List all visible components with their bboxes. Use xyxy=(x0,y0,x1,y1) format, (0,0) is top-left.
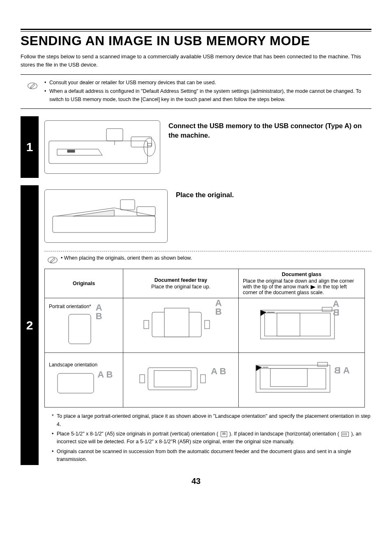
feeder-portrait-icon xyxy=(140,304,214,345)
page-title: SENDING AN IMAGE IN USB MEMORY MODE xyxy=(21,33,371,48)
ab-glyph: AB xyxy=(96,304,102,321)
pencil-icon xyxy=(27,81,38,91)
svg-rect-2 xyxy=(106,129,123,141)
step2-sub-note: When placing the originals, orient them … xyxy=(44,255,371,265)
glass-landscape-icon xyxy=(248,360,338,397)
page-number: 43 xyxy=(21,477,371,486)
svg-rect-15 xyxy=(164,308,189,337)
row1-glass-cell: AB xyxy=(239,298,365,353)
svg-rect-34 xyxy=(318,362,327,366)
svg-rect-9 xyxy=(120,200,135,210)
dashed-divider xyxy=(44,251,371,251)
title-rule-thin xyxy=(21,31,371,32)
step2-sub-note-text: When placing the originals, orient them … xyxy=(61,255,192,262)
title-rule-thick xyxy=(21,29,371,30)
top-note-item: Consult your dealer or retailer for USB … xyxy=(44,79,370,87)
svg-rect-5 xyxy=(67,150,75,152)
step2-heading: Place the original. xyxy=(176,190,234,200)
corner-arrow-icon xyxy=(310,285,316,290)
glass-portrait-icon xyxy=(252,304,343,345)
row1-feeder-cell: AB xyxy=(123,298,239,353)
th-originals: Originals xyxy=(45,269,123,298)
th-feeder-sub: Place the original face up. xyxy=(127,284,234,290)
intro-text: Follow the steps below to send a scanned… xyxy=(21,53,371,69)
svg-rect-24 xyxy=(58,373,94,393)
step-1: 1 Connect the USB memory to the USB xyxy=(21,116,371,178)
step-number-1: 1 xyxy=(21,116,39,178)
machine-usb-icon xyxy=(45,124,160,170)
row2-originals-cell: Landscape orientation A B xyxy=(45,353,123,408)
step-2: 2 Place the original. xyxy=(21,185,371,465)
top-note-box: Consult your dealer or retailer for USB … xyxy=(21,74,371,109)
row2-glass-cell: B A xyxy=(239,353,365,408)
svg-rect-16 xyxy=(144,320,149,329)
footnote-succession: Originals cannot be scanned in successio… xyxy=(52,448,371,464)
svg-rect-23 xyxy=(322,307,332,311)
svg-rect-31 xyxy=(270,368,307,387)
th-glass: Document glass Place the original face d… xyxy=(239,269,365,298)
step2-footnotes: To place a large portrait-oriented origi… xyxy=(44,412,371,463)
svg-point-11 xyxy=(48,257,58,263)
svg-marker-12 xyxy=(311,285,316,289)
row2-feeder-cell: A B xyxy=(123,353,239,408)
portrait-mini-icon xyxy=(221,431,227,437)
ab-glyph: A B xyxy=(97,369,113,380)
landscape-mini-icon xyxy=(341,432,349,437)
svg-rect-20 xyxy=(277,313,300,336)
svg-rect-8 xyxy=(53,216,155,233)
ab-glyph: B A xyxy=(334,365,350,376)
th-glass-title: Document glass xyxy=(243,272,360,277)
orientation-table: Originals Document feeder tray Place the… xyxy=(44,269,365,408)
footnote-a5-part-a: Place 5-1/2" x 8-1/2" (A5) size original… xyxy=(57,431,218,437)
row1-label: Portrait orientation* xyxy=(49,304,119,309)
landscape-original-icon xyxy=(55,371,96,396)
step2-illustration xyxy=(44,189,168,243)
row2-label: Landscape orientation xyxy=(49,362,119,368)
footnote-star: To place a large portrait-oriented origi… xyxy=(52,412,371,428)
table-row: Portrait orientation* AB xyxy=(45,298,365,353)
svg-marker-32 xyxy=(256,365,262,371)
pencil-icon-wrap xyxy=(21,79,44,91)
table-row: Landscape orientation A B xyxy=(45,353,365,408)
step-number-2: 2 xyxy=(21,185,39,465)
footnote-a5: Place 5-1/2" x 8-1/2" (A5) size original… xyxy=(52,430,371,446)
top-note-list: Consult your dealer or retailer for USB … xyxy=(44,79,371,104)
machine-original-icon xyxy=(48,193,164,239)
ab-glyph: AB xyxy=(333,300,339,317)
th-feeder: Document feeder tray Place the original … xyxy=(123,269,239,298)
svg-rect-28 xyxy=(201,375,205,383)
footnote-a5-part-b: ). If placed in landscape (horizontal) o… xyxy=(229,431,339,437)
feeder-landscape-icon xyxy=(136,360,210,397)
svg-point-0 xyxy=(28,83,37,89)
ab-glyph: A B xyxy=(211,366,226,377)
pencil-icon xyxy=(47,255,58,265)
row1-originals-cell: Portrait orientation* AB xyxy=(45,298,123,353)
svg-rect-1 xyxy=(49,141,148,164)
svg-rect-13 xyxy=(69,314,91,344)
svg-rect-27 xyxy=(140,375,145,383)
svg-rect-7 xyxy=(148,143,152,146)
svg-rect-26 xyxy=(154,371,191,387)
th-feeder-title: Document feeder tray xyxy=(154,277,208,283)
svg-rect-17 xyxy=(205,320,210,329)
step1-heading: Connect the USB memory to the USB connec… xyxy=(168,121,371,140)
top-note-item: When a default address is configured in … xyxy=(44,88,370,104)
ab-glyph: AB xyxy=(215,299,222,316)
step1-illustration xyxy=(44,120,160,174)
portrait-original-icon xyxy=(65,313,94,345)
